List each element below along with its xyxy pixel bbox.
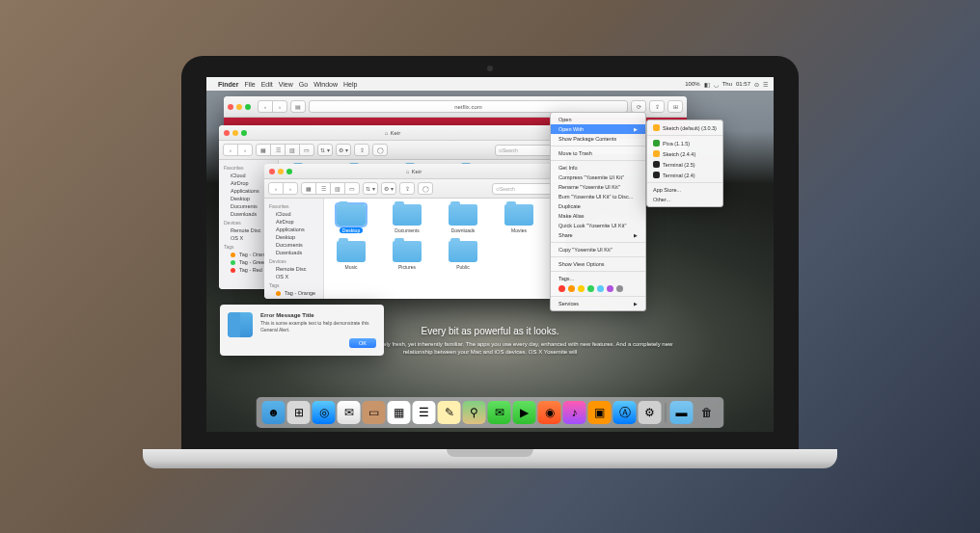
dock-safari-icon[interactable]: ◎ <box>313 401 336 424</box>
view-list-button[interactable]: ☰ <box>315 182 331 195</box>
submenu-app-store[interactable]: App Store... <box>647 185 722 195</box>
arrange-button[interactable]: ⇅ ▾ <box>363 182 378 195</box>
dock-preferences-icon[interactable]: ⚙ <box>639 401 662 424</box>
view-column-button[interactable]: ▥ <box>330 182 345 195</box>
minimize-button[interactable] <box>232 130 238 136</box>
view-column-button[interactable]: ▥ <box>285 144 300 156</box>
folder-downloads[interactable]: Downloads <box>442 204 484 233</box>
forward-button[interactable]: › <box>237 144 253 156</box>
maximize-button[interactable] <box>245 104 251 110</box>
dock-ibooks-icon[interactable]: ▣ <box>588 401 612 424</box>
minimize-button[interactable] <box>236 104 242 110</box>
action-button[interactable]: ⚙ ▾ <box>336 144 351 156</box>
ctx-compress[interactable]: Compress "Yosemite UI Kit" <box>551 173 645 182</box>
submenu-app[interactable]: Pixa (1.1.5) <box>647 138 722 148</box>
ctx-duplicate[interactable]: Duplicate <box>551 201 645 211</box>
battery-icon[interactable]: ▮▯ <box>704 81 710 88</box>
action-button[interactable]: ⚙ ▾ <box>381 182 396 195</box>
sidebar-tag-orange[interactable]: Tag - Orange <box>264 289 323 297</box>
menu-view[interactable]: View <box>279 81 293 88</box>
dock-folder-icon[interactable]: ▬ <box>670 401 694 424</box>
view-icon-button[interactable]: ▦ <box>301 182 316 195</box>
ctx-quick-look[interactable]: Quick Look "Yosemite UI Kit" <box>551 221 645 230</box>
dock-photobooth-icon[interactable]: ◉ <box>538 401 561 424</box>
view-list-button[interactable]: ☰ <box>270 144 286 156</box>
dock-messages-icon[interactable]: ✉ <box>488 401 511 424</box>
menu-go[interactable]: Go <box>299 81 308 88</box>
dock-appstore-icon[interactable]: Ⓐ <box>613 401 637 424</box>
tags-button[interactable]: ◯ <box>372 144 388 156</box>
forward-button[interactable]: › <box>283 182 298 195</box>
sidebar-toggle-button[interactable]: ▤ <box>290 100 306 113</box>
sidebar-tag-green[interactable]: Tag - Green <box>264 297 323 299</box>
ok-button[interactable]: OK <box>349 338 376 348</box>
ctx-copy[interactable]: Copy "Yosemite UI Kit" <box>551 245 645 254</box>
folder-movies[interactable]: Movies <box>498 204 540 233</box>
back-button[interactable]: ‹ <box>258 100 273 113</box>
view-coverflow-button[interactable]: ▭ <box>344 182 360 195</box>
share-button[interactable]: ⇪ <box>354 144 369 156</box>
dock-notes-icon[interactable]: ✎ <box>438 401 461 424</box>
wifi-icon[interactable]: ◡ <box>714 81 719 88</box>
sidebar-item-remote-disc[interactable]: Remote Disc <box>264 265 323 273</box>
battery-percent[interactable]: 100% <box>685 81 699 87</box>
maximize-button[interactable] <box>286 169 292 174</box>
dock-facetime-icon[interactable]: ▶ <box>513 401 536 424</box>
folder-pictures[interactable]: Pictures <box>386 241 428 270</box>
back-button[interactable]: ‹ <box>268 182 284 195</box>
menubar-day[interactable]: Thu <box>722 81 732 87</box>
tag-color-dot[interactable] <box>616 285 623 292</box>
ctx-open-with[interactable]: Open With▶ <box>551 124 645 134</box>
minimize-button[interactable] <box>278 169 284 174</box>
sidebar-item-airdrop[interactable]: AirDrop <box>264 218 323 226</box>
tag-color-dot[interactable] <box>558 285 565 292</box>
dock-finder-icon[interactable]: ☻ <box>262 401 286 424</box>
folder-desktop[interactable]: Desktop <box>330 204 372 233</box>
dock-trash-icon[interactable]: 🗑 <box>695 401 719 424</box>
dock-contacts-icon[interactable]: ▭ <box>363 401 386 424</box>
finder-content[interactable]: DesktopDocumentsDownloadsMoviesMusicPict… <box>324 199 563 299</box>
submenu-default-app[interactable]: Sketch (default) (3.0.3) <box>647 122 722 133</box>
menu-help[interactable]: Help <box>343 81 357 88</box>
notification-center-icon[interactable]: ☰ <box>763 81 768 88</box>
sidebar-item-documents[interactable]: Documents <box>264 241 323 249</box>
menu-window[interactable]: Window <box>313 81 338 88</box>
menu-edit[interactable]: Edit <box>261 81 273 88</box>
close-button[interactable] <box>269 169 275 174</box>
share-button[interactable]: ⇪ <box>399 182 415 195</box>
submenu-app[interactable]: Sketch (2.4.4) <box>647 148 722 159</box>
folder-music[interactable]: Music <box>330 241 372 270</box>
spotlight-icon[interactable]: ⊙ <box>754 81 759 88</box>
forward-button[interactable]: › <box>272 100 287 113</box>
sidebar-item-applications[interactable]: Applications <box>264 226 323 233</box>
folder-documents[interactable]: Documents <box>386 204 428 233</box>
share-button[interactable]: ⇪ <box>649 100 665 113</box>
ctx-make-alias[interactable]: Make Alias <box>551 211 645 221</box>
sidebar-item-downloads[interactable]: Downloads <box>264 249 323 256</box>
dock-reminders-icon[interactable]: ☰ <box>413 401 436 424</box>
tabs-button[interactable]: ⊞ <box>667 100 683 113</box>
sidebar-item-osx[interactable]: OS X <box>264 273 323 280</box>
menu-file[interactable]: File <box>244 81 255 88</box>
ctx-rename[interactable]: Rename "Yosemite UI Kit" <box>551 182 645 192</box>
ctx-view-options[interactable]: Show View Options <box>551 259 645 269</box>
dock-launchpad-icon[interactable]: ⊞ <box>287 401 311 424</box>
ctx-services[interactable]: Services▶ <box>551 299 645 308</box>
submenu-other[interactable]: Other... <box>647 195 722 204</box>
folder-public[interactable]: Public <box>442 241 484 270</box>
dock-maps-icon[interactable]: ⚲ <box>463 401 486 424</box>
tag-color-dot[interactable] <box>597 285 604 292</box>
tag-color-dot[interactable] <box>568 285 575 292</box>
close-button[interactable] <box>224 130 230 136</box>
ctx-burn[interactable]: Burn "Yosemite UI Kit" to Disc... <box>551 192 645 201</box>
dock-mail-icon[interactable]: ✉ <box>338 401 361 424</box>
dock-calendar-icon[interactable]: ▦ <box>388 401 411 424</box>
tag-color-dot[interactable] <box>587 285 594 292</box>
view-coverflow-button[interactable]: ▭ <box>299 144 314 156</box>
back-button[interactable]: ‹ <box>223 144 238 156</box>
tag-color-dot[interactable] <box>578 285 585 292</box>
ctx-open[interactable]: Open <box>551 115 645 124</box>
tag-color-dot[interactable] <box>607 285 613 292</box>
ctx-move-trash[interactable]: Move to Trash <box>551 148 645 158</box>
sidebar-item-desktop[interactable]: Desktop <box>264 233 323 241</box>
